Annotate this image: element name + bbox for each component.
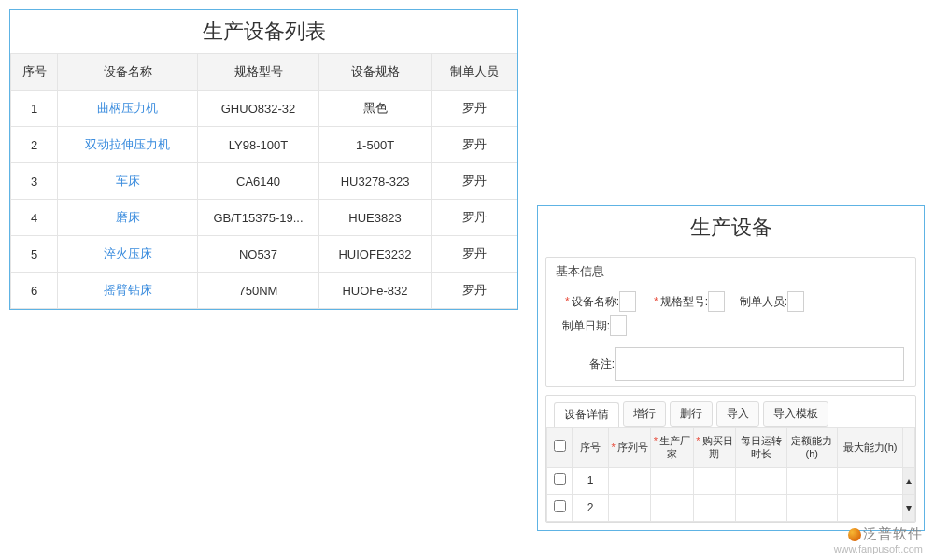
cell-equip-spec: HU3278-323 — [319, 163, 432, 200]
scroll-indicator — [903, 428, 915, 468]
brand-text: 泛普软件 — [863, 525, 923, 541]
detail-col — [547, 428, 573, 468]
cell-no: 1 — [11, 91, 58, 127]
equipment-link[interactable]: 磨床 — [116, 210, 140, 224]
cell-name: 曲柄压力机 — [58, 91, 198, 127]
list-title: 生产设备列表 — [10, 10, 517, 53]
row-no: 1 — [573, 467, 609, 494]
cell-no: 2 — [11, 127, 58, 163]
detail-col: 序号 — [573, 428, 609, 468]
cell-spec: GHUO832-32 — [198, 91, 319, 127]
detail-cell[interactable] — [838, 494, 903, 521]
detail-cell[interactable] — [736, 467, 787, 494]
row-checkbox-cell — [547, 494, 573, 521]
table-row: 3车床CA6140HU3278-323罗丹 — [11, 163, 517, 200]
basic-info-title: 基本信息 — [546, 258, 915, 286]
cell-equip-spec: 1-500T — [319, 127, 432, 163]
col-spec: 规格型号 — [198, 54, 319, 91]
detail-col: *序列号 — [608, 428, 650, 468]
import-template-button[interactable]: 导入模板 — [763, 401, 828, 427]
equipment-list-panel: 生产设备列表 序号 设备名称 规格型号 设备规格 制单人员 1曲柄压力机GHUO… — [9, 9, 518, 310]
tab-detail[interactable]: 设备详情 — [554, 402, 619, 427]
cell-equip-spec: 黑色 — [319, 91, 432, 127]
cell-spec: GB/T15375-19... — [198, 200, 319, 236]
detail-cell[interactable] — [736, 494, 787, 521]
delete-row-button[interactable]: 删行 — [670, 401, 713, 427]
cell-creator: 罗丹 — [432, 273, 517, 309]
detail-cell[interactable] — [786, 467, 838, 494]
detail-tabs: 设备详情 增行 删行 导入 导入模板 — [546, 396, 915, 427]
cell-creator: 罗丹 — [432, 236, 517, 273]
detail-table: 序号*序列号*生产厂家*购买日期每日运转时长定额能力(h)最大能力(h) 1▴2… — [546, 427, 915, 522]
remark-input[interactable] — [615, 347, 904, 381]
table-row: 2双动拉伸压力机LY98-100T1-500T罗丹 — [11, 127, 517, 163]
col-name: 设备名称 — [58, 54, 198, 91]
required-marker: * — [654, 295, 658, 308]
equipment-form-panel: 生产设备 基本信息 *设备名称: *规格型号: 制单人员: 制单日期: 备注 — [537, 205, 925, 531]
detail-group: 设备详情 增行 删行 导入 导入模板 序号*序列号*生产厂家*购买日期每日运转时… — [545, 395, 916, 523]
remark-label: 备注: — [554, 357, 615, 372]
table-header-row: 序号 设备名称 规格型号 设备规格 制单人员 — [11, 54, 517, 91]
import-button[interactable]: 导入 — [716, 401, 759, 427]
add-row-button[interactable]: 增行 — [623, 401, 666, 427]
required-marker: * — [565, 295, 570, 308]
spec-input[interactable] — [708, 291, 725, 312]
detail-cell[interactable] — [608, 494, 650, 521]
detail-row: 1▴ — [547, 467, 915, 494]
cell-no: 5 — [11, 236, 58, 273]
equipment-link[interactable]: 淬火压床 — [104, 246, 152, 260]
cell-no: 3 — [11, 163, 58, 200]
creator-input[interactable] — [787, 291, 804, 312]
cell-name: 车床 — [58, 163, 198, 200]
cell-no: 4 — [11, 200, 58, 236]
cell-creator: 罗丹 — [432, 127, 517, 163]
select-all-checkbox[interactable] — [554, 440, 566, 452]
detail-cell[interactable] — [693, 494, 735, 521]
scroll-indicator[interactable]: ▾ — [903, 494, 915, 521]
watermark: 泛普软件 www.fanpusoft.com — [834, 525, 923, 554]
equipment-table: 序号 设备名称 规格型号 设备规格 制单人员 1曲柄压力机GHUO832-32黑… — [10, 53, 517, 309]
detail-col: *生产厂家 — [651, 428, 693, 468]
detail-cell[interactable] — [693, 467, 735, 494]
detail-col: 定额能力(h) — [786, 428, 838, 468]
table-row: 5淬火压床NO537HUIOFE3232罗丹 — [11, 236, 517, 273]
equipment-link[interactable]: 摇臂钻床 — [104, 283, 152, 297]
creator-label: 制单人员: — [731, 294, 787, 310]
date-input[interactable] — [610, 315, 627, 336]
detail-cell[interactable] — [608, 467, 650, 494]
detail-cell[interactable] — [786, 494, 838, 521]
row-checkbox-cell — [547, 467, 573, 494]
col-equip-spec: 设备规格 — [319, 54, 432, 91]
spec-label: 规格型号: — [660, 295, 708, 308]
table-row: 6摇臂钻床750NMHUOFe-832罗丹 — [11, 273, 517, 309]
detail-cell[interactable] — [651, 494, 693, 521]
row-checkbox[interactable] — [554, 500, 566, 512]
equipment-link[interactable]: 曲柄压力机 — [97, 101, 158, 115]
scroll-indicator[interactable]: ▴ — [903, 467, 915, 494]
cell-equip-spec: HUOFe-832 — [319, 273, 432, 309]
table-row: 4磨床GB/T15375-19...HUE3823罗丹 — [11, 200, 517, 236]
detail-cell[interactable] — [651, 467, 693, 494]
cell-spec: 750NM — [198, 273, 319, 309]
cell-name: 磨床 — [58, 200, 198, 236]
row-no: 2 — [573, 494, 609, 521]
equipment-link[interactable]: 车床 — [116, 174, 140, 188]
detail-header-row: 序号*序列号*生产厂家*购买日期每日运转时长定额能力(h)最大能力(h) — [547, 428, 915, 468]
table-row: 1曲柄压力机GHUO832-32黑色罗丹 — [11, 91, 517, 127]
cell-no: 6 — [11, 273, 58, 309]
name-input[interactable] — [619, 291, 636, 312]
col-creator: 制单人员 — [432, 54, 517, 91]
cell-creator: 罗丹 — [432, 200, 517, 236]
detail-col: 每日运转时长 — [736, 428, 787, 468]
cell-creator: 罗丹 — [432, 163, 517, 200]
col-no: 序号 — [11, 54, 58, 91]
logo-icon — [848, 528, 861, 541]
cell-equip-spec: HUIOFE3232 — [319, 236, 432, 273]
cell-spec: NO537 — [198, 236, 319, 273]
date-label: 制单日期: — [554, 318, 610, 334]
row-checkbox[interactable] — [554, 473, 566, 485]
detail-cell[interactable] — [838, 467, 903, 494]
cell-creator: 罗丹 — [432, 91, 517, 127]
equipment-link[interactable]: 双动拉伸压力机 — [85, 137, 170, 151]
detail-col: *购买日期 — [693, 428, 735, 468]
